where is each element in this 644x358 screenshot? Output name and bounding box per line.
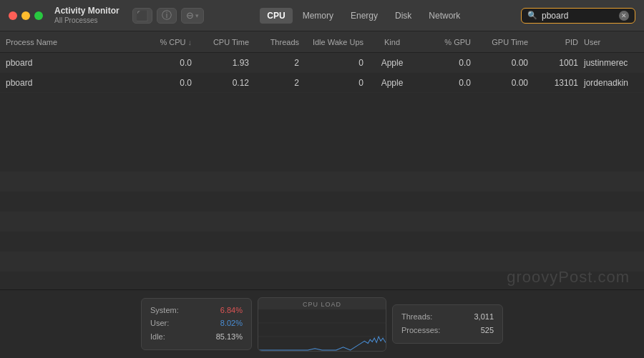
stat-processes: Processes: 525 [401,324,494,337]
cell-process: pboard [6,78,135,88]
cell-pid: 13101 [528,78,578,88]
user-label: User: [150,317,169,329]
nav-tabs: CPU Memory Energy Disk Network [213,8,515,24]
titlebar: Activity Monitor All Processes ⬛ ⓘ ⊖ ▾ C… [0,0,644,31]
stats-left-panel: System: 6.84% User: 8.02% Idle: 85.13% [141,298,252,351]
col-header-gputime[interactable]: GPU Time [471,38,528,46]
cell-idle: 0 [299,78,364,88]
col-header-process[interactable]: Process Name [6,38,135,46]
cpu-load-label: CPU LOAD [303,301,341,308]
app-title-block: Activity Monitor All Processes [54,6,119,24]
system-value: 6.84% [220,304,243,317]
col-header-user[interactable]: User [578,38,644,46]
close-button[interactable] [9,11,17,20]
svg-rect-0 [258,309,386,351]
table-row[interactable]: pboard 0.0 1.93 2 0 Apple 0.0 0.00 1001 … [0,53,644,73]
cell-gpu: 0.0 [421,78,471,88]
table-header: Process Name % CPU ↓ CPU Time Threads Id… [0,31,644,53]
processes-label: Processes: [401,324,440,337]
cpu-load-chart [258,309,386,351]
cell-cputime: 0.12 [192,78,249,88]
cell-gputime: 0.00 [471,58,528,68]
threads-value: 3,011 [474,311,494,323]
cell-gputime: 0.00 [471,78,528,88]
processes-value: 525 [481,324,494,337]
fullscreen-button[interactable] [34,11,43,20]
tab-cpu[interactable]: CPU [260,8,292,24]
stats-right-panel: Threads: 3,011 Processes: 525 [392,304,503,344]
traffic-lights [9,11,43,20]
toolbar-icons: ⬛ ⓘ ⊖ ▾ [132,8,204,24]
cell-threads: 2 [249,78,299,88]
stat-idle: Idle: 85.13% [150,331,243,343]
stat-system: System: 6.84% [150,304,243,317]
cell-user: jordenadkin [578,78,644,88]
col-header-threads[interactable]: Threads [249,38,299,46]
idle-value: 85.13% [216,331,243,343]
cell-kind: Apple [364,58,421,68]
cell-kind: Apple [364,78,421,88]
tab-energy[interactable]: Energy [343,8,385,24]
cell-cpu: 0.0 [135,58,192,68]
col-header-kind[interactable]: Kind [364,38,421,46]
cell-cputime: 1.93 [192,58,249,68]
search-box[interactable]: 🔍 pboard ✕ [521,8,635,24]
col-header-cputime[interactable]: CPU Time [192,38,249,46]
idle-label: Idle: [150,331,165,343]
tab-network[interactable]: Network [421,8,467,24]
col-header-pid[interactable]: PID [528,38,578,46]
main-content: Process Name % CPU ↓ CPU Time Threads Id… [0,31,644,289]
table-row[interactable]: pboard 0.0 0.12 2 0 Apple 0.0 0.00 13101… [0,73,644,93]
col-header-idle[interactable]: Idle Wake Ups [299,38,364,46]
empty-rows [0,171,644,290]
stat-user: User: 8.02% [150,317,243,329]
cell-threads: 2 [249,58,299,68]
stop-process-button[interactable]: ⬛ [132,8,152,24]
cell-process: pboard [6,58,135,68]
cell-gpu: 0.0 [421,58,471,68]
filter-button[interactable]: ⊖ ▾ [181,8,204,24]
inspect-button[interactable]: ⓘ [157,8,177,24]
stat-threads: Threads: 3,011 [401,311,494,323]
tab-disk[interactable]: Disk [388,8,419,24]
tab-memory[interactable]: Memory [296,8,341,24]
system-label: System: [150,304,179,317]
minimize-button[interactable] [21,11,30,20]
table-body: pboard 0.0 1.93 2 0 Apple 0.0 0.00 1001 … [0,53,644,171]
search-clear-button[interactable]: ✕ [619,11,629,21]
threads-label: Threads: [401,311,432,323]
cpu-load-panel: CPU LOAD [258,297,386,352]
cell-idle: 0 [299,58,364,68]
col-header-gpu[interactable]: % GPU [421,38,471,46]
user-value: 8.02% [220,317,243,329]
cell-cpu: 0.0 [135,78,192,88]
search-icon: 🔍 [527,11,537,20]
col-header-cpu[interactable]: % CPU ↓ [135,38,192,46]
app-subtitle: All Processes [54,16,119,25]
app-title: Activity Monitor [54,6,119,16]
cell-user: justinmerec [578,58,644,68]
search-input[interactable]: pboard [542,11,615,21]
bottom-bar: System: 6.84% User: 8.02% Idle: 85.13% C… [0,289,644,358]
cell-pid: 1001 [528,58,578,68]
